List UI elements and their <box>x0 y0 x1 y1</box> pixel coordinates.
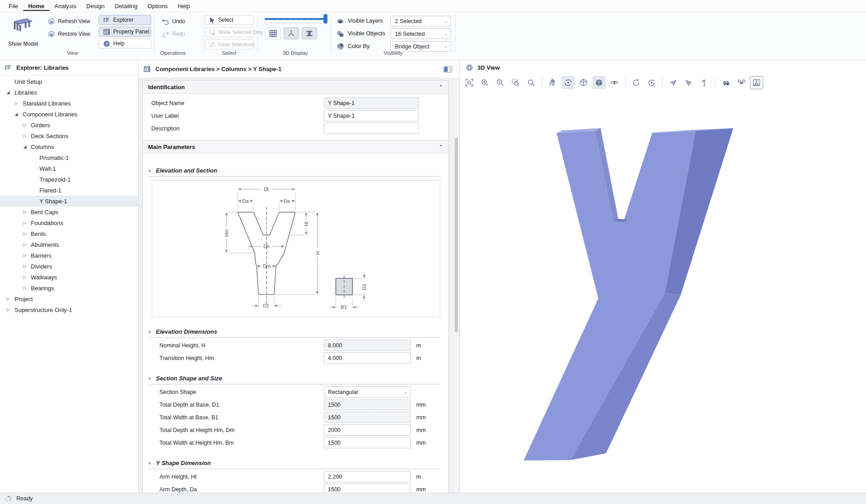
zoom-out-button[interactable] <box>494 76 507 89</box>
field-input[interactable]: 1500 <box>324 412 411 423</box>
restore-view-button[interactable]: Restore View <box>43 29 94 39</box>
tree-item-bents[interactable]: ▷Bents <box>0 228 138 239</box>
tree-item-foundations[interactable]: ▷Foundations <box>0 217 138 228</box>
visible-layers-dropdown[interactable]: 2 Selected⌄ <box>390 16 451 26</box>
tree-item-prismatic-1[interactable]: Prismatic-1 <box>0 152 138 163</box>
section-display-toggle[interactable] <box>302 27 317 39</box>
menu-item-analysis[interactable]: Analysis <box>49 1 81 11</box>
field-input[interactable]: 4.000 <box>324 352 411 364</box>
chevron-collapsed-icon[interactable]: ▷ <box>22 286 28 290</box>
field-input[interactable]: 1500 <box>324 437 411 448</box>
collapse-chevron-icon[interactable]: ⌃ <box>439 84 443 90</box>
tree-item-y-shape-1[interactable]: Y Shape-1 <box>0 196 138 206</box>
undo-button[interactable]: Undo <box>158 16 189 26</box>
main-parameters-header[interactable]: Main Parameters ⌃ <box>143 140 448 154</box>
tree-item-project[interactable]: ▷Project <box>0 293 138 304</box>
zoom-window-button[interactable] <box>509 76 522 89</box>
chevron-collapsed-icon[interactable]: ▷ <box>22 123 28 127</box>
chevron-collapsed-icon[interactable]: ▷ <box>5 297 11 301</box>
menu-item-file[interactable]: File <box>4 1 23 11</box>
display-depth-slider-track[interactable] <box>265 18 327 20</box>
tree-item-barriers[interactable]: ▷Barriers <box>0 250 138 261</box>
drive-view-button[interactable] <box>719 76 732 89</box>
section-shape-select[interactable]: Rectangular⌄ <box>324 386 411 398</box>
tree-item-superstructure-only-1[interactable]: ▷Superstructure Only-1 <box>0 304 138 315</box>
field-input[interactable]: 2.200 <box>324 471 411 482</box>
property-panel-toggle-button[interactable]: Property Panel <box>99 27 151 37</box>
view-eye-button[interactable] <box>608 76 621 89</box>
zoom-select-button[interactable] <box>524 76 538 89</box>
help-button[interactable]: ? Help <box>99 38 151 48</box>
redo-button[interactable]: Redo <box>158 29 189 39</box>
tree-item-abutments[interactable]: ▷Abutments <box>0 239 138 250</box>
tree-item-columns[interactable]: ◢Columns <box>0 141 138 152</box>
visible-objects-dropdown[interactable]: 16 Selected⌄ <box>390 29 451 39</box>
field-input[interactable] <box>324 123 419 134</box>
shaded-view-button[interactable] <box>592 76 606 89</box>
panel-pin-icon[interactable] <box>443 65 453 73</box>
chevron-collapsed-icon[interactable]: ▷ <box>22 134 28 138</box>
wireframe-view-button[interactable] <box>577 76 590 89</box>
tree-item-flared-1[interactable]: Flared-1 <box>0 185 138 196</box>
menu-item-design[interactable]: Design <box>82 1 110 11</box>
chevron-collapsed-icon[interactable]: ▷ <box>22 242 28 247</box>
zoom-in-button[interactable] <box>478 76 491 89</box>
tree-item-wall-1[interactable]: Wall-1 <box>0 163 138 174</box>
chevron-collapsed-icon[interactable]: ▷ <box>14 101 19 106</box>
tree-item-standard-libraries[interactable]: ▷Standard Libraries <box>0 98 138 109</box>
grid-display-toggle[interactable] <box>265 27 281 39</box>
axes-display-toggle[interactable] <box>284 27 299 39</box>
fly-left-button[interactable] <box>667 76 680 89</box>
walkthrough-button[interactable] <box>698 76 711 89</box>
chevron-expanded-icon[interactable]: ◢ <box>22 144 28 149</box>
tree-item-component-libraries[interactable]: ◢Component Libraries <box>0 109 138 120</box>
refresh-view-button[interactable]: Refresh View <box>43 16 94 26</box>
identification-header[interactable]: Identification ⌃ <box>143 81 448 94</box>
subsection-header[interactable]: ∨Y Shape Dimension <box>148 457 440 469</box>
chevron-collapsed-icon[interactable]: ▷ <box>22 253 28 258</box>
select-button[interactable]: Select <box>205 15 254 25</box>
field-input[interactable]: 8.000 <box>324 340 411 351</box>
tree-item-deck-sections[interactable]: ▷Deck Sections <box>0 130 138 141</box>
chevron-expanded-icon[interactable]: ◢ <box>5 90 11 95</box>
scrollbar-thumb[interactable] <box>455 138 458 332</box>
field-input[interactable]: 1500 <box>324 399 411 410</box>
orbit-button[interactable] <box>562 76 575 89</box>
chevron-collapsed-icon[interactable]: ▷ <box>22 275 28 279</box>
subsection-header[interactable]: ∨Elevation Dimensions <box>148 326 440 338</box>
field-input[interactable]: Y Shape-1 <box>324 110 419 121</box>
menu-item-detailing[interactable]: Detailing <box>110 1 143 11</box>
collapse-chevron-icon[interactable]: ⌃ <box>439 144 443 150</box>
tree-item-unit-setup[interactable]: Unit Setup <box>0 76 138 87</box>
rotate-view-button[interactable] <box>630 76 643 89</box>
field-input[interactable]: 2000 <box>324 424 411 436</box>
drone-view-button[interactable] <box>735 76 748 89</box>
tree-item-walkways[interactable]: ▷Walkways <box>0 272 138 283</box>
fly-right-button[interactable] <box>682 76 695 89</box>
tree-item-libraries[interactable]: ◢Libraries <box>0 87 138 98</box>
tree-item-girders[interactable]: ▷Girders <box>0 120 138 130</box>
subsection-header[interactable]: ∨Section Shape and Size <box>148 372 440 384</box>
menu-item-help[interactable]: Help <box>173 1 195 11</box>
menu-item-options[interactable]: Options <box>143 1 173 11</box>
chevron-collapsed-icon[interactable]: ▷ <box>22 231 28 236</box>
chevron-collapsed-icon[interactable]: ▷ <box>22 221 28 225</box>
tree-item-trapezoid-1[interactable]: Trapezoid-1 <box>0 174 138 185</box>
chevron-collapsed-icon[interactable]: ▷ <box>22 264 28 269</box>
show-model-button[interactable]: Show Model <box>5 14 42 48</box>
chevron-collapsed-icon[interactable]: ▷ <box>22 210 28 214</box>
pan-button[interactable] <box>546 76 559 89</box>
menu-item-home[interactable]: Home <box>23 1 49 11</box>
zoom-extents-button[interactable] <box>463 76 476 89</box>
station-view-button[interactable] <box>750 76 763 89</box>
rotate-cube-button[interactable] <box>645 76 658 89</box>
chevron-expanded-icon[interactable]: ◢ <box>14 112 19 116</box>
column-3d-model[interactable] <box>460 90 866 493</box>
tree-item-bearings[interactable]: ▷Bearings <box>0 283 138 293</box>
clear-selections-button[interactable]: Clear Selections <box>205 39 254 49</box>
chevron-collapsed-icon[interactable]: ▷ <box>5 307 11 312</box>
properties-scrollbar[interactable] <box>454 79 459 492</box>
explorer-toggle-button[interactable]: Explorer <box>99 15 151 25</box>
tree-item-dividers[interactable]: ▷Dividers <box>0 261 138 272</box>
show-selected-only-button[interactable]: Show Selected Only <box>205 27 254 37</box>
